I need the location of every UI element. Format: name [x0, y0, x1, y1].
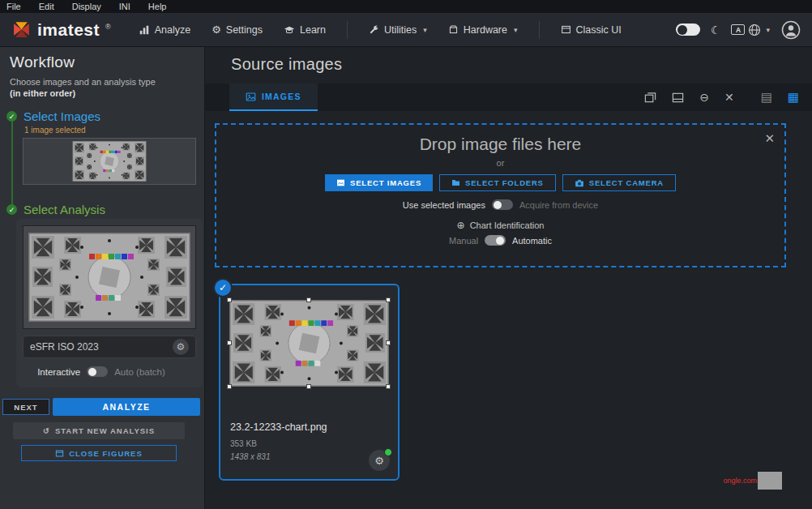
- nav-classic-ui[interactable]: Classic UI: [561, 24, 622, 36]
- imatest-pinwheel-icon: [11, 19, 32, 40]
- watermark-box: [758, 472, 782, 490]
- hardware-box-icon: [448, 24, 459, 35]
- chevron-down-icon: ▾: [766, 26, 770, 34]
- acquire-toggle[interactable]: [492, 199, 513, 210]
- select-camera-button[interactable]: SELECT CAMERA: [562, 174, 676, 191]
- test-chart-thumbnail-large: [28, 229, 190, 325]
- tab-images[interactable]: IMAGES: [229, 83, 318, 111]
- chevron-down-icon: ▾: [423, 26, 427, 34]
- select-folders-label: SELECT FOLDERS: [465, 178, 544, 187]
- nav-hardware[interactable]: Hardware ▾: [448, 24, 518, 36]
- workflow-sidebar: Workflow Choose images and an analysis t…: [0, 47, 205, 509]
- interactive-label: Interactive: [37, 367, 80, 377]
- language-selector[interactable]: A ▾: [731, 24, 770, 36]
- app-toolbar: imatest ® Analyze ⚙ Settings Learn Utili…: [0, 13, 812, 47]
- selection-handle[interactable]: [227, 297, 232, 302]
- list-view-icon[interactable]: ▤: [761, 90, 772, 105]
- interactive-toggle[interactable]: [87, 366, 108, 377]
- select-images-step[interactable]: ✓ Select Images: [6, 109, 100, 123]
- toolbar-divider: [539, 21, 540, 39]
- nav-analyze[interactable]: Analyze: [139, 24, 190, 36]
- toggle-knob: [496, 237, 504, 245]
- person-icon: [781, 20, 801, 40]
- check-circle-icon: ✓: [6, 111, 17, 122]
- gear-icon: ⚙: [177, 341, 186, 353]
- workflow-title: Workflow: [10, 53, 75, 71]
- select-images-button[interactable]: SELECT IMAGES: [325, 174, 433, 191]
- gear-icon: ⚙: [212, 24, 221, 36]
- graduation-cap-icon: [284, 24, 295, 36]
- theme-toggle-knob: [677, 25, 687, 35]
- imatest-logo: imatest ®: [11, 19, 111, 40]
- preset-settings-button[interactable]: ⚙: [173, 339, 189, 355]
- next-button[interactable]: NEXT: [2, 399, 49, 415]
- selection-handle[interactable]: [386, 297, 391, 302]
- brand-registered-mark: ®: [105, 23, 111, 31]
- nav-classic-ui-label: Classic UI: [576, 24, 622, 36]
- chart-id-toggle[interactable]: [485, 235, 506, 246]
- dropzone-close-icon[interactable]: ✕: [764, 131, 775, 146]
- auto-batch-label: Auto (batch): [114, 367, 165, 377]
- theme-toggle[interactable]: [676, 24, 700, 36]
- menu-display[interactable]: Display: [72, 2, 101, 11]
- menu-edit[interactable]: Edit: [39, 2, 54, 11]
- toggle-knob: [88, 368, 96, 376]
- deselect-all-icon[interactable]: ⊖: [699, 91, 709, 104]
- language-icon: A: [731, 24, 745, 35]
- selected-check-badge[interactable]: ✓: [213, 278, 233, 297]
- globe-icon: [748, 24, 761, 36]
- nav-utilities[interactable]: Utilities ▾: [369, 24, 427, 36]
- select-analysis-step[interactable]: ✓ Select Analysis: [6, 203, 105, 216]
- acquire-mode-row: Use selected images Acquire from device: [403, 199, 598, 210]
- workflow-step-connector: [11, 122, 13, 207]
- menu-file[interactable]: File: [6, 2, 21, 11]
- grid-view-icon[interactable]: ▦: [788, 90, 799, 105]
- image-card[interactable]: ✓ 23.2-12233-chart.png 353 KB 1438 x 831…: [219, 284, 400, 481]
- menu-ini[interactable]: INI: [119, 2, 130, 11]
- nav-settings-label: Settings: [226, 24, 263, 36]
- close-figures-button[interactable]: CLOSE FIGURES: [21, 445, 177, 461]
- brand-name: imatest: [37, 20, 100, 40]
- analysis-preview-thumbnail[interactable]: [23, 225, 196, 329]
- start-new-analysis-button[interactable]: ↺ START NEW ANALYSIS: [13, 422, 185, 439]
- selection-handle[interactable]: [306, 297, 311, 302]
- folder-icon: [451, 178, 460, 187]
- selection-handle[interactable]: [386, 340, 391, 345]
- drop-zone[interactable]: ✕ Drop image files here or SELECT IMAGES…: [215, 123, 786, 267]
- test-chart-thumbnail-small: [70, 141, 149, 182]
- selection-handle[interactable]: [306, 384, 311, 389]
- tab-images-label: IMAGES: [262, 92, 301, 101]
- remove-images-icon[interactable]: ✕: [724, 91, 734, 104]
- image-stack-icon[interactable]: [644, 92, 656, 104]
- nav-learn-label: Learn: [300, 24, 326, 36]
- select-folders-button[interactable]: SELECT FOLDERS: [439, 174, 556, 191]
- chart-id-mode-row: Manual Automatic: [449, 235, 552, 246]
- automatic-label: Automatic: [512, 236, 552, 246]
- image-filesize: 353 KB: [230, 439, 257, 448]
- selected-image-thumbnail[interactable]: [23, 138, 196, 185]
- select-camera-label: SELECT CAMERA: [589, 178, 664, 187]
- nav-learn[interactable]: Learn: [284, 24, 326, 36]
- dropzone-or-label: or: [497, 158, 505, 168]
- use-selected-images-label: Use selected images: [403, 200, 485, 210]
- nav-settings[interactable]: ⚙ Settings: [212, 24, 263, 36]
- selection-handle[interactable]: [227, 340, 232, 345]
- analyze-button[interactable]: ANALYZE: [53, 398, 200, 416]
- image-icon: [246, 92, 256, 102]
- workflow-subtitle: Choose images and an analysis type: [10, 77, 156, 87]
- check-circle-icon: ✓: [6, 204, 17, 215]
- user-avatar[interactable]: [780, 19, 801, 40]
- bar-chart-icon: [139, 24, 150, 36]
- select-analysis-title: Select Analysis: [24, 203, 105, 216]
- page-title: Source images: [231, 55, 342, 74]
- window-icon: [55, 449, 64, 458]
- analysis-preset-select[interactable]: eSFR ISO 2023 ⚙: [23, 336, 196, 358]
- card-view-icon[interactable]: [672, 92, 684, 104]
- crosshair-icon: ⊕: [457, 220, 465, 231]
- selection-handle[interactable]: [227, 384, 232, 389]
- nav-analyze-label: Analyze: [155, 24, 190, 36]
- wrench-icon: [369, 24, 379, 35]
- test-chart-image[interactable]: [229, 300, 389, 387]
- selection-handle[interactable]: [386, 384, 391, 389]
- menu-help[interactable]: Help: [148, 2, 167, 11]
